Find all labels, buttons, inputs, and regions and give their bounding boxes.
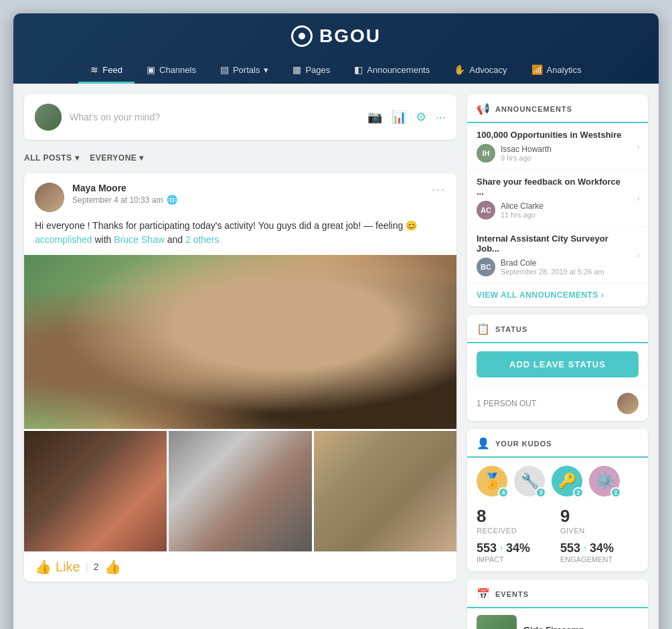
ann-avatar-1: IH bbox=[477, 144, 495, 163]
ann-initials-3: BC bbox=[481, 263, 491, 271]
post-text-pre: Hi everyone ! Thanks for participating t… bbox=[35, 220, 417, 231]
all-posts-label: ALL POSTS bbox=[24, 153, 72, 163]
settings-icon[interactable]: ⚙ bbox=[416, 110, 426, 124]
kudos-metrics: 553 ↑ 34% IMPACT 553 ↑ 34% bbox=[477, 541, 639, 563]
kudos-received-num: 8 bbox=[477, 506, 555, 527]
nav-advocacy-label: Advocacy bbox=[469, 65, 507, 75]
ann-avatar-2: AC bbox=[477, 201, 495, 219]
kudos-section-title: YOUR KUDOS bbox=[495, 440, 552, 448]
kudos-badge-1: 🏅 4 bbox=[477, 466, 507, 497]
add-leave-status-button[interactable]: ADD LEAVE STATUS bbox=[477, 351, 639, 377]
like-thumb-icon: 👍 bbox=[35, 559, 52, 575]
announcements-icon: ◧ bbox=[354, 64, 363, 75]
post-image-bottom-middle[interactable] bbox=[169, 431, 311, 551]
post-author-name: Maya Moore bbox=[72, 183, 424, 193]
nav-feed[interactable]: ≋ Feed bbox=[78, 58, 135, 84]
status-section-title: STATUS bbox=[495, 325, 527, 333]
announcement-item-1[interactable]: 100,000 Opportunities in Westshire IH Is… bbox=[467, 123, 648, 170]
feed-column: What's on your mind? 📷 📊 ⚙ ··· ALL POSTS… bbox=[24, 94, 456, 629]
kudos-engagement: 553 ↑ 34% ENGAGEMENT bbox=[560, 541, 639, 563]
nav-portals[interactable]: ▤ Portals ▾ bbox=[208, 58, 280, 84]
ann-chevron-3: › bbox=[637, 250, 640, 260]
kudos-badge-2: 🔧 3 bbox=[514, 466, 545, 497]
nav-pages[interactable]: ▦ Pages bbox=[280, 58, 342, 84]
kudos-section: 🏅 4 🔧 3 🔑 bbox=[467, 458, 648, 571]
post-image-bottom-right[interactable] bbox=[314, 431, 456, 551]
like-separator: | bbox=[86, 561, 88, 573]
others-link[interactable]: 2 others bbox=[185, 234, 220, 245]
nav-announcements[interactable]: ◧ Announcements bbox=[342, 58, 442, 84]
events-preview[interactable]: Girls Firecamp bbox=[467, 608, 648, 629]
camera-icon[interactable]: 📷 bbox=[367, 110, 382, 124]
badge-icon-1: 🏅 4 bbox=[477, 466, 507, 497]
ann-avatar-3: BC bbox=[477, 258, 495, 276]
post-image-main[interactable] bbox=[24, 255, 456, 429]
ann-meta-1: Issac Howarth 9 hrs ago bbox=[501, 145, 552, 162]
events-section-icon: 📅 bbox=[477, 588, 490, 600]
ann-chevron-2: › bbox=[637, 193, 640, 203]
globe-icon: 🌐 bbox=[167, 195, 177, 205]
nav-analytics-label: Analytics bbox=[547, 65, 582, 75]
ann-initials-1: IH bbox=[483, 149, 490, 157]
ann-author-2: AC Alice Clarke 11 hrs ago bbox=[477, 201, 639, 219]
engagement-label: ENGAGEMENT bbox=[560, 555, 639, 563]
composer-avatar bbox=[35, 104, 62, 130]
badge-count-2: 3 bbox=[535, 487, 546, 498]
nav-announcements-label: Announcements bbox=[367, 65, 430, 75]
post-author-avatar bbox=[35, 183, 64, 212]
kudos-received-label: RECEIVED bbox=[477, 527, 555, 535]
app-title: BGOU bbox=[319, 25, 381, 47]
engagement-arrow: ↑ bbox=[583, 544, 587, 553]
sidebar-column: 📢 ANNOUNCEMENTS 100,000 Opportunities in… bbox=[467, 94, 648, 629]
announcements-section-title: ANNOUNCEMENTS bbox=[495, 105, 572, 113]
badge-count-3: 2 bbox=[573, 487, 584, 498]
post-options-button[interactable]: ··· bbox=[432, 183, 446, 197]
impact-label: IMPACT bbox=[477, 555, 555, 563]
announcements-card: 📢 ANNOUNCEMENTS 100,000 Opportunities in… bbox=[467, 94, 648, 306]
portals-icon: ▤ bbox=[220, 64, 229, 75]
like-label: Like bbox=[56, 559, 80, 575]
nav-analytics[interactable]: 📶 Analytics bbox=[519, 58, 594, 84]
kudos-impact: 553 ↑ 34% IMPACT bbox=[477, 541, 555, 563]
more-icon[interactable]: ··· bbox=[436, 110, 446, 124]
ann-title-3: Internal Assistant City Surveyor Job... bbox=[477, 234, 639, 254]
kudos-badge-3: 🔑 2 bbox=[552, 466, 582, 497]
like-button[interactable]: 👍 Like bbox=[35, 559, 80, 575]
main-layout: What's on your mind? 📷 📊 ⚙ ··· ALL POSTS… bbox=[13, 84, 659, 629]
nav-advocacy[interactable]: ✋ Advocacy bbox=[442, 58, 519, 84]
pages-icon: ▦ bbox=[292, 64, 301, 75]
view-all-announcements[interactable]: VIEW ALL ANNOUNCEMENTS › bbox=[467, 284, 648, 306]
badge-count-1: 4 bbox=[498, 487, 509, 498]
event-thumbnail bbox=[477, 615, 517, 629]
announcement-item-3[interactable]: Internal Assistant City Surveyor Job... … bbox=[467, 227, 648, 284]
analytics-icon: 📶 bbox=[531, 64, 543, 75]
post-content: Hi everyone ! Thanks for participating t… bbox=[24, 219, 456, 255]
composer-input-placeholder[interactable]: What's on your mind? bbox=[70, 112, 359, 122]
impact-arrow: ↑ bbox=[499, 544, 503, 553]
announcement-item-2[interactable]: Share your feedback on Workforce ... AC … bbox=[467, 170, 648, 227]
announcements-header: 📢 ANNOUNCEMENTS bbox=[467, 94, 648, 123]
accomplished-link[interactable]: accomplished bbox=[35, 234, 92, 245]
kudos-given-num: 9 bbox=[560, 506, 639, 527]
everyone-filter[interactable]: EVERYONE ▾ bbox=[90, 153, 144, 163]
kudos-badges: 🏅 4 🔧 3 🔑 bbox=[477, 466, 639, 497]
impact-num: 553 bbox=[477, 541, 497, 555]
ann-author-name-1: Issac Howarth bbox=[501, 145, 552, 154]
nav-channels-label: Channels bbox=[159, 65, 196, 75]
ann-author-3: BC Brad Cole September 28, 2019 at 5:26 … bbox=[477, 258, 639, 276]
like-thumb-icon-2: 👍 bbox=[104, 559, 121, 575]
person-out-row: 1 PERSON OUT bbox=[467, 385, 648, 421]
bruce-shaw-link[interactable]: Bruce Shaw bbox=[114, 234, 164, 245]
post-meta: Maya Moore September 4 at 10:33 am 🌐 bbox=[72, 183, 424, 205]
post-image-bottom-left[interactable] bbox=[24, 431, 167, 551]
kudos-received: 8 RECEIVED bbox=[477, 506, 555, 535]
nav-channels[interactable]: ▣ Channels bbox=[135, 58, 208, 84]
ann-title-2: Share your feedback on Workforce ... bbox=[477, 177, 639, 197]
all-posts-filter[interactable]: ALL POSTS ▾ bbox=[24, 153, 79, 163]
ann-time-1: 9 hrs ago bbox=[501, 154, 552, 162]
chart-icon[interactable]: 📊 bbox=[392, 110, 406, 124]
kudos-impact-val: 553 ↑ 34% bbox=[477, 541, 555, 555]
events-header: 📅 EVENTS bbox=[467, 579, 648, 608]
events-section-title: EVENTS bbox=[495, 590, 529, 598]
impact-pct: 34% bbox=[506, 541, 530, 555]
